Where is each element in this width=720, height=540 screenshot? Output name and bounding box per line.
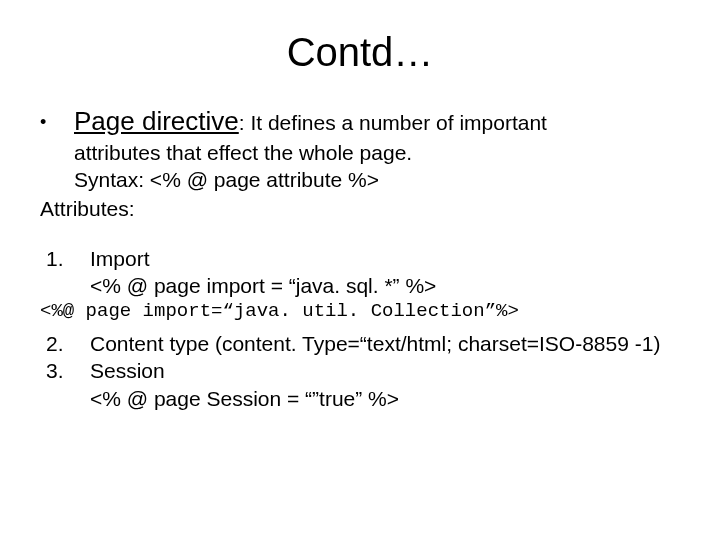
slide-body: • Page directive: It defines a number of…	[40, 105, 680, 412]
slide-title: Contd…	[40, 30, 680, 75]
list-number: 1.	[40, 245, 90, 272]
page-directive-label: Page directive	[74, 106, 239, 136]
bullet-text: Page directive: It defines a number of i…	[74, 105, 680, 139]
attributes-label: Attributes:	[40, 195, 680, 222]
syntax-line: Syntax: <% @ page attribute %>	[74, 166, 680, 193]
list-item: 2. Content type (content. Type=“text/htm…	[40, 330, 680, 357]
list-number: 3.	[40, 357, 90, 384]
import-label: Import	[90, 245, 150, 272]
content-type-line: Content type (content. Type=“text/html; …	[90, 330, 660, 357]
list-number: 2.	[40, 330, 90, 357]
session-example: <% @ page Session = “”true” %>	[90, 385, 399, 412]
session-label: Session	[90, 357, 165, 384]
list-item: 3. Session	[40, 357, 680, 384]
bullet-item: • Page directive: It defines a number of…	[40, 105, 680, 139]
list-item: 1. Import	[40, 245, 680, 272]
list-item: <% @ page import = “java. sql. *” %>	[40, 272, 680, 299]
import-example: <% @ page import = “java. sql. *” %>	[90, 272, 436, 299]
slide: Contd… • Page directive: It defines a nu…	[0, 0, 720, 540]
import-mono-line: <%@ page import=“java. util. Collection”…	[40, 299, 680, 324]
page-directive-desc: : It defines a number of important	[239, 111, 547, 134]
bullet-continuation: attributes that effect the whole page.	[74, 139, 680, 166]
list-item: <% @ page Session = “”true” %>	[40, 385, 680, 412]
bullet-marker: •	[40, 105, 74, 134]
